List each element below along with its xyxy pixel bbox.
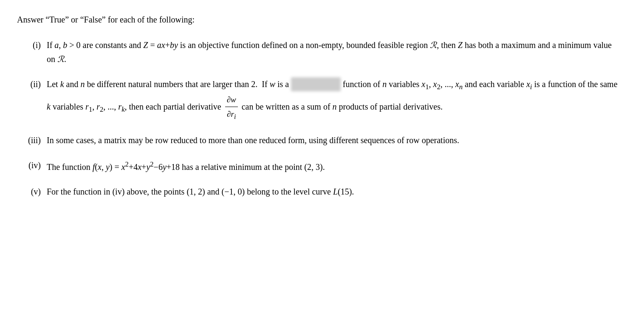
problem-item-v: (v) For the function in (iv) above, the …: [17, 185, 619, 199]
problem-list: (i) If a, b > 0 are constants and Z = ax…: [17, 38, 619, 199]
problem-text-i: If a, b > 0 are constants and Z = ax+by …: [47, 38, 619, 66]
intro-text: Answer “True” or “False” for each of the…: [17, 13, 619, 26]
problem-text-v: For the function in (iv) above, the poin…: [47, 185, 619, 199]
problem-item-iii: (iii) In some cases, a matrix may be row…: [17, 133, 619, 147]
problem-label-ii: (ii): [17, 77, 47, 91]
problem-item-i: (i) If a, b > 0 are constants and Z = ax…: [17, 38, 619, 66]
problem-label-i: (i): [17, 38, 47, 52]
problem-item-ii: (ii) Let k and n be different natural nu…: [17, 77, 619, 122]
problem-text-iii: In some cases, a matrix may be row reduc…: [47, 133, 619, 147]
problem-text-iv: The function f(x, y) = x2+4x+y2−6y+18 ha…: [47, 158, 619, 174]
blurred-word: multivariate: [291, 77, 341, 91]
main-content: Answer “True” or “False” for each of the…: [17, 13, 619, 199]
problem-item-iv: (iv) The function f(x, y) = x2+4x+y2−6y+…: [17, 158, 619, 174]
problem-label-iii: (iii): [17, 133, 47, 147]
problem-label-v: (v): [17, 185, 47, 198]
problem-text-ii: Let k and n be different natural numbers…: [47, 77, 619, 122]
partial-derivative-fraction: ∂w ∂ri: [225, 93, 238, 122]
problem-label-iv: (iv): [17, 158, 47, 172]
